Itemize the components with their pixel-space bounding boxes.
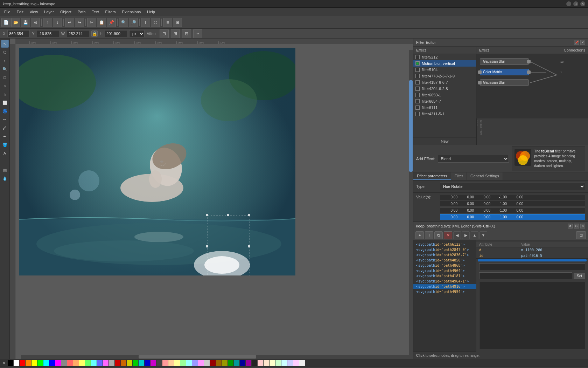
- xml-wrap-btn[interactable]: ⊡: [576, 231, 586, 239]
- node-port-r-0[interactable]: [527, 60, 531, 63]
- matrix-row-3[interactable]: 0.00 0.00 0.00 1.00 0.00: [440, 214, 585, 220]
- panel-pin-button[interactable]: 📌: [574, 40, 579, 45]
- xml-next-btn[interactable]: ▶: [462, 231, 470, 239]
- palette-color[interactable]: [180, 360, 186, 366]
- tab-filter[interactable]: Filter: [451, 172, 467, 180]
- filter-item-3[interactable]: filter4778-2-3-7-1-9: [413, 73, 476, 79]
- copy-button[interactable]: 📋: [97, 18, 106, 27]
- palette-color[interactable]: [91, 360, 97, 366]
- eyedropper-tool[interactable]: 💧: [1, 175, 9, 182]
- pen-tool[interactable]: 🖊: [1, 124, 9, 132]
- xml-node-9[interactable]: <svg:path id="path4954" >: [413, 289, 476, 294]
- new-button[interactable]: 📄: [1, 18, 10, 27]
- minimize-button[interactable]: ─: [566, 1, 571, 6]
- y-input[interactable]: [37, 30, 59, 37]
- palette-color[interactable]: [246, 360, 251, 366]
- panel-close-button[interactable]: ✕: [580, 40, 585, 45]
- palette-color[interactable]: [216, 360, 222, 366]
- palette-color[interactable]: [14, 360, 19, 366]
- gradient-tool[interactable]: ▤: [1, 166, 9, 174]
- select-tool[interactable]: ↖: [1, 40, 9, 48]
- vertical-scrollbar[interactable]: [409, 50, 413, 355]
- palette-color[interactable]: [133, 360, 138, 366]
- pencil-tool[interactable]: ✏: [1, 116, 9, 123]
- w-input[interactable]: [67, 30, 89, 37]
- attr-row-id[interactable]: id path4916.5: [476, 253, 588, 259]
- xml-prev-btn[interactable]: ◀: [453, 231, 461, 239]
- connector-tool[interactable]: —: [1, 158, 9, 165]
- xml-node-3[interactable]: <svg:path id="path4850" >: [413, 258, 476, 263]
- palette-color[interactable]: [258, 360, 263, 366]
- effect-node-colormatrix[interactable]: Color Matrix: [480, 69, 529, 75]
- xml-new-element-btn[interactable]: ✦: [415, 231, 424, 239]
- maximize-button[interactable]: □: [573, 1, 578, 6]
- palette-color[interactable]: [109, 360, 114, 366]
- zoom-in-button[interactable]: 🔍: [119, 18, 128, 27]
- palette-color[interactable]: [49, 360, 55, 366]
- palette-color[interactable]: [162, 360, 168, 366]
- print-button[interactable]: 🖨: [31, 18, 40, 27]
- paste-button[interactable]: 📌: [107, 18, 116, 27]
- menu-file[interactable]: File: [1, 9, 13, 15]
- affect-btn-4[interactable]: ≈: [193, 29, 202, 38]
- menu-view[interactable]: View: [27, 9, 41, 15]
- menu-extensions[interactable]: Extensions: [119, 9, 144, 15]
- palette-color[interactable]: [252, 360, 257, 366]
- xml-node-4[interactable]: <svg:path id="path4868" >: [413, 263, 476, 268]
- palette-color[interactable]: [150, 360, 156, 366]
- effect-node-gaussian-2[interactable]: Gaussian Blur: [480, 79, 529, 86]
- palette-color[interactable]: [145, 360, 150, 366]
- palette-color[interactable]: [115, 360, 120, 366]
- zoom-out-button[interactable]: 🔎: [129, 18, 138, 27]
- palette-color[interactable]: [67, 360, 73, 366]
- filter-item-8[interactable]: filter6111: [413, 104, 476, 111]
- palette-color[interactable]: [204, 360, 210, 366]
- text-tool[interactable]: A: [1, 149, 9, 157]
- view-toggle-button[interactable]: ⊞: [173, 18, 182, 27]
- affect-btn-3[interactable]: ⊟: [182, 29, 191, 38]
- xml-node-7[interactable]: <svg:path id="path4964-1" >: [413, 279, 476, 284]
- xml-close-button[interactable]: ✕: [580, 224, 585, 229]
- filter-check-8[interactable]: [415, 105, 420, 110]
- filter-item-5[interactable]: filter4204-6-2-8: [413, 86, 476, 92]
- palette-color[interactable]: [61, 360, 67, 366]
- palette-color[interactable]: [73, 360, 79, 366]
- palette-color[interactable]: [186, 360, 192, 366]
- matrix-row-0[interactable]: 0.00 0.00 0.00 -1.00 0.00: [440, 194, 585, 200]
- xml-node-0[interactable]: <svg:path id="path6122" >: [413, 242, 476, 247]
- filter-check-6[interactable]: [415, 93, 420, 97]
- filter-check-1[interactable]: ✓: [415, 61, 420, 66]
- no-fill-button[interactable]: ✕: [0, 361, 8, 366]
- xml-node-6[interactable]: <svg:path id="path4181" >: [413, 273, 476, 279]
- node-tool-button[interactable]: ⬡: [151, 18, 160, 27]
- palette-color[interactable]: [85, 360, 91, 366]
- v-scroll-thumb[interactable]: [409, 80, 413, 172]
- lock-aspect-button[interactable]: 🔒: [91, 30, 98, 37]
- horizontal-scrollbar[interactable]: [21, 355, 413, 359]
- node-port-l-1[interactable]: [478, 70, 482, 74]
- attr-value-input[interactable]: [479, 272, 572, 279]
- zoom-tool[interactable]: 🔍: [1, 65, 9, 73]
- palette-color[interactable]: [293, 360, 299, 366]
- node-port-r-1[interactable]: [527, 70, 531, 74]
- attr-set-button[interactable]: Set: [574, 273, 585, 279]
- palette-color[interactable]: [210, 360, 216, 366]
- palette-color[interactable]: [156, 360, 162, 366]
- filter-item-6[interactable]: filter6650-1: [413, 92, 476, 98]
- palette-color[interactable]: [168, 360, 174, 366]
- node-port-l-2[interactable]: [478, 81, 482, 84]
- palette-color[interactable]: [198, 360, 204, 366]
- tab-general-settings[interactable]: General Settings: [467, 172, 503, 180]
- add-effect-select[interactable]: Blend Gaussian Blur Color Matrix Merge: [438, 155, 509, 163]
- effect-node-gaussian-1[interactable]: Gaussian Blur: [480, 58, 529, 65]
- menu-edit[interactable]: Edit: [14, 9, 26, 15]
- filter-check-2[interactable]: [415, 68, 420, 72]
- xml-text-area[interactable]: [479, 282, 585, 349]
- type-select[interactable]: Hue Rotate Matrix Saturate Luminance to …: [440, 183, 585, 190]
- xml-node-1[interactable]: <svg:path id="path2847-0" >: [413, 247, 476, 252]
- xml-refresh-button[interactable]: ↺: [568, 224, 573, 229]
- canvas-content[interactable]: [15, 44, 413, 359]
- star-tool[interactable]: ☆: [1, 90, 9, 98]
- text-tool-button[interactable]: T: [141, 18, 150, 27]
- spiral-tool[interactable]: 🌀: [1, 107, 9, 115]
